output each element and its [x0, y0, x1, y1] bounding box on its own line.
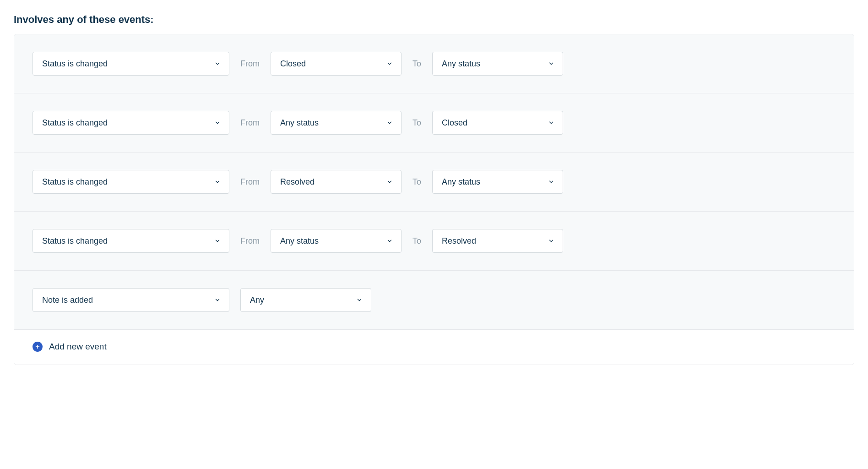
note-option-value: Any [250, 295, 264, 305]
from-label: From [240, 236, 260, 246]
event-type-value: Status is changed [42, 236, 108, 246]
event-type-value: Status is changed [42, 59, 108, 69]
to-status-value: Any status [442, 59, 480, 69]
chevron-down-icon [214, 120, 221, 126]
event-type-value: Status is changed [42, 118, 108, 128]
chevron-down-icon [386, 179, 393, 185]
chevron-down-icon [548, 238, 554, 244]
to-status-value: Resolved [442, 236, 476, 246]
event-type-select[interactable]: Status is changed [33, 111, 229, 135]
event-type-select[interactable]: Status is changed [33, 52, 229, 76]
to-label: To [412, 59, 421, 69]
from-label: From [240, 118, 260, 128]
chevron-down-icon [356, 297, 363, 303]
event-type-value: Status is changed [42, 177, 108, 187]
to-status-select[interactable]: Resolved [432, 229, 563, 253]
from-status-value: Resolved [280, 177, 315, 187]
event-type-select[interactable]: Note is added [33, 288, 229, 312]
from-status-select[interactable]: Any status [271, 229, 401, 253]
from-status-select[interactable]: Any status [271, 111, 401, 135]
chevron-down-icon [548, 120, 554, 126]
to-label: To [412, 177, 421, 187]
to-status-select[interactable]: Any status [432, 52, 563, 76]
from-status-value: Any status [280, 118, 319, 128]
event-row: Status is changed From Resolved To Any s… [14, 153, 854, 212]
to-status-value: Closed [442, 118, 467, 128]
chevron-down-icon [214, 60, 221, 67]
chevron-down-icon [548, 179, 554, 185]
chevron-down-icon [214, 297, 221, 303]
event-row: Status is changed From Closed To Any sta… [14, 34, 854, 93]
to-status-select[interactable]: Closed [432, 111, 563, 135]
note-option-select[interactable]: Any [240, 288, 371, 312]
chevron-down-icon [214, 238, 221, 244]
event-type-select[interactable]: Status is changed [33, 170, 229, 194]
chevron-down-icon [214, 179, 221, 185]
event-type-select[interactable]: Status is changed [33, 229, 229, 253]
event-row: Status is changed From Any status To Clo… [14, 93, 854, 153]
add-new-event-button[interactable]: Add new event [14, 330, 854, 365]
from-status-value: Closed [280, 59, 306, 69]
add-new-event-label: Add new event [49, 342, 107, 352]
chevron-down-icon [548, 60, 554, 67]
from-status-select[interactable]: Resolved [271, 170, 401, 194]
event-row: Status is changed From Any status To Res… [14, 212, 854, 271]
from-label: From [240, 177, 260, 187]
plus-circle-icon [33, 342, 43, 352]
from-status-select[interactable]: Closed [271, 52, 401, 76]
to-label: To [412, 236, 421, 246]
from-label: From [240, 59, 260, 69]
to-status-value: Any status [442, 177, 480, 187]
event-row: Note is added Any [14, 271, 854, 330]
to-status-select[interactable]: Any status [432, 170, 563, 194]
section-title: Involves any of these events: [14, 14, 854, 26]
event-type-value: Note is added [42, 295, 93, 305]
from-status-value: Any status [280, 236, 319, 246]
to-label: To [412, 118, 421, 128]
chevron-down-icon [386, 60, 393, 67]
chevron-down-icon [386, 120, 393, 126]
events-container: Status is changed From Closed To Any sta… [14, 34, 854, 365]
chevron-down-icon [386, 238, 393, 244]
